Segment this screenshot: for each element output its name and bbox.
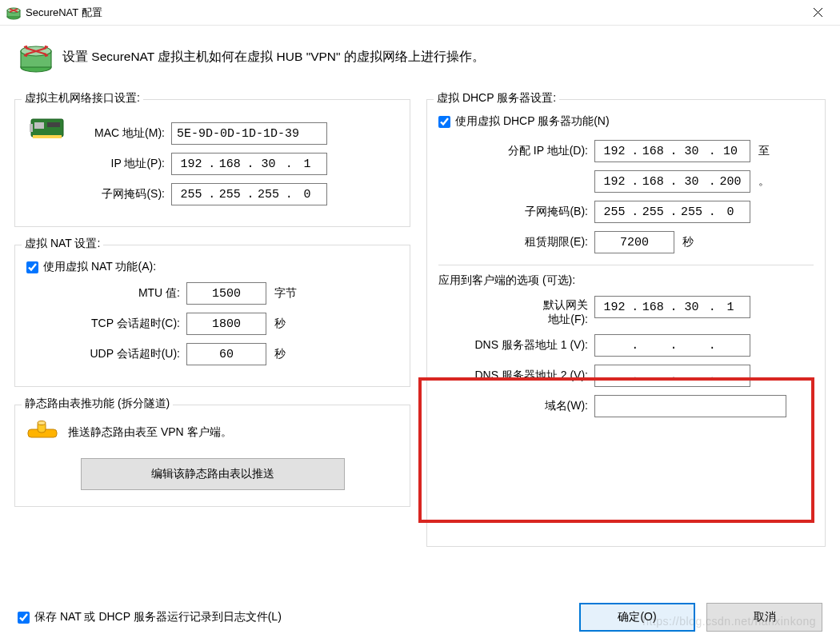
header-description: 设置 SecureNAT 虚拟主机如何在虚拟 HUB "VPN" 的虚拟网络上进… (0, 26, 840, 82)
gateway-label-1: 默认网关 (543, 298, 588, 311)
udp-timeout-unit: 秒 (274, 347, 286, 361)
udp-timeout-label: UDP 会话超时(U): (26, 347, 186, 361)
static-route-desc: 推送静态路由表至 VPN 客户端。 (68, 425, 232, 440)
mtu-label: MTU 值: (26, 286, 186, 301)
svg-point-13 (38, 421, 46, 425)
range-period: 。 (758, 174, 770, 189)
mtu-input[interactable] (186, 282, 266, 305)
mtu-unit: 字节 (274, 286, 297, 301)
udp-timeout-input[interactable] (186, 343, 266, 365)
save-log-label: 保存 NAT 或 DHCP 服务器运行记录到日志文件(L) (34, 610, 282, 624)
domain-label: 域名(W): (438, 399, 594, 413)
dhcp-range-start-input[interactable]: . . . (594, 140, 750, 162)
dhcp-enable-label: 使用虚拟 DHCP 服务器功能(N) (455, 114, 610, 129)
app-icon (6, 6, 21, 20)
nat-legend: 虚拟 NAT 设置: (22, 237, 103, 251)
save-log-checkbox[interactable] (18, 612, 30, 624)
securenat-icon (19, 40, 53, 74)
host-interface-group: 虚拟主机网络接口设置: MAC 地址(M): (14, 99, 410, 227)
dns1-label: DNS 服务器地址 1 (V): (438, 338, 594, 353)
nat-group: 虚拟 NAT 设置: 使用虚拟 NAT 功能(A): MTU 值: 字节 TCP… (14, 245, 410, 387)
client-opts-heading: 应用到客户端的选项 (可选): (438, 273, 814, 288)
gateway-input[interactable]: . . . (594, 296, 750, 318)
nic-card-icon (30, 114, 66, 142)
dns2-input[interactable]: . . . (594, 365, 750, 387)
dhcp-enable-checkbox[interactable] (438, 116, 450, 128)
static-route-legend: 静态路由表推功能 (拆分隧道) (22, 397, 173, 411)
lease-input[interactable] (594, 231, 674, 253)
description-text: 设置 SecureNAT 虚拟主机如何在虚拟 HUB "VPN" 的虚拟网络上进… (62, 49, 485, 66)
lease-label: 租赁期限(E): (438, 235, 594, 249)
title-bar: SecureNAT 配置 (0, 0, 840, 26)
svg-rect-9 (33, 135, 62, 138)
tcp-timeout-label: TCP 会话超时(C): (26, 317, 186, 331)
bottom-bar: 保存 NAT 或 DHCP 服务器运行记录到日志文件(L) 确定(O) 取消 (0, 592, 840, 642)
dhcp-range-end-input[interactable]: . . . (594, 170, 750, 193)
static-route-group: 静态路由表推功能 (拆分隧道) 推送静态路由表至 VPN 客户端。 编辑该静态路… (14, 405, 410, 507)
dns2-label: DNS 服务器地址 2 (V): (438, 369, 594, 383)
svg-rect-10 (30, 124, 33, 132)
edit-static-route-button[interactable]: 编辑该静态路由表以推送 (81, 458, 345, 490)
tcp-timeout-input[interactable] (186, 313, 266, 335)
dhcp-legend: 虚拟 DHCP 服务器设置: (434, 91, 559, 106)
mask-label: 子网掩码(S): (79, 187, 171, 201)
dhcp-mask-label: 子网掩码(B): (438, 205, 594, 219)
nat-enable-label: 使用虚拟 NAT 功能(A): (43, 260, 156, 274)
svg-rect-8 (47, 122, 60, 127)
nat-enable-checkbox[interactable] (26, 261, 38, 273)
ok-button[interactable]: 确定(O) (579, 603, 695, 632)
mac-address-input[interactable] (171, 122, 327, 145)
host-interface-legend: 虚拟主机网络接口设置: (22, 91, 143, 106)
assign-ip-label: 分配 IP 地址(D): (438, 144, 594, 158)
dhcp-mask-input[interactable]: . . . (594, 201, 750, 223)
window-title: SecureNAT 配置 (26, 6, 802, 20)
domain-input[interactable] (594, 395, 786, 417)
dhcp-group: 虚拟 DHCP 服务器设置: 使用虚拟 DHCP 服务器功能(N) 分配 IP … (426, 99, 826, 547)
cancel-button[interactable]: 取消 (706, 603, 822, 632)
lease-unit: 秒 (682, 235, 694, 249)
pipe-icon (26, 420, 58, 445)
divider (438, 265, 814, 265)
host-ip-input[interactable]: . . . (171, 153, 327, 175)
host-mask-input[interactable]: . . . (171, 183, 327, 205)
tcp-timeout-unit: 秒 (274, 317, 286, 331)
dns1-input[interactable]: . . . (594, 334, 750, 357)
close-button[interactable] (802, 1, 834, 25)
range-to-text: 至 (758, 144, 770, 158)
gateway-label-2: 地址(F): (548, 313, 588, 325)
mac-label: MAC 地址(M): (79, 126, 171, 141)
svg-rect-7 (34, 122, 44, 129)
ip-label: IP 地址(P): (79, 157, 171, 171)
